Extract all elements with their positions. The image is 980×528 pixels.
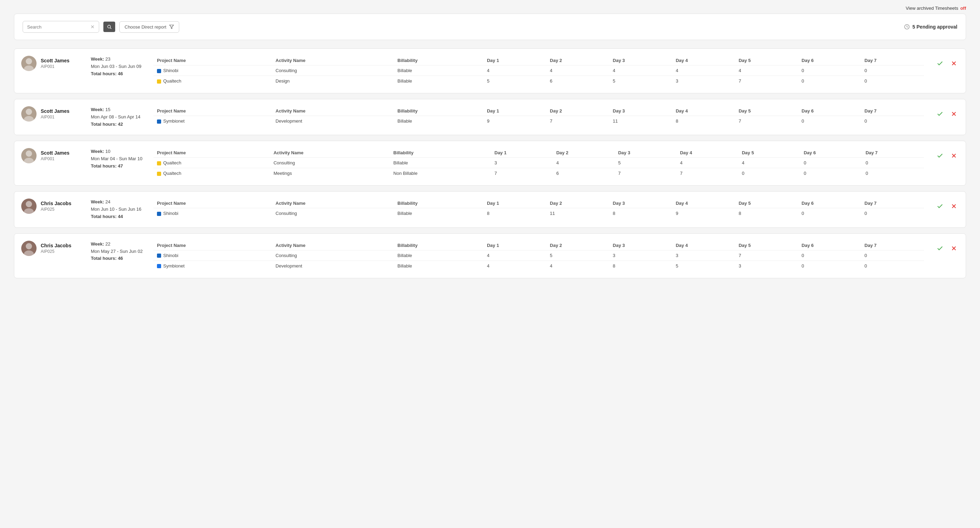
actions	[935, 148, 959, 162]
main-content: Scott JamesAIP001Week: 23 Mon Jun 03 - S…	[0, 48, 980, 278]
approve-button[interactable]	[935, 109, 945, 121]
svg-point-17	[24, 208, 34, 214]
table-row: SymbionetDevelopmentBillable4485300	[153, 260, 924, 271]
reject-button[interactable]	[949, 151, 959, 162]
week-info: Week: 10 Mon Mar 04 - Sun Mar 10 Total h…	[91, 148, 146, 170]
svg-point-12	[26, 150, 32, 157]
svg-point-9	[24, 116, 34, 121]
day-5-cell: 7	[735, 76, 798, 86]
day-3-cell: 4	[609, 65, 672, 76]
timesheet-card: Scott JamesAIP001Week: 10 Mon Mar 04 - S…	[14, 141, 966, 186]
day-5-cell: 3	[735, 260, 798, 271]
employee-info: Scott JamesAIP001	[21, 148, 84, 163]
timesheet-table: Project NameActivity NameBillabilityDay …	[153, 241, 924, 271]
table-header: Billability	[390, 148, 491, 158]
table-header: Day 5	[735, 56, 798, 65]
reject-button[interactable]	[949, 244, 959, 255]
date-range: Mon May 27 - Sun Jun 02	[91, 248, 146, 255]
total-hours: Total hours: 44	[91, 213, 146, 220]
employee-info: Chris JacobsAIP025	[21, 198, 84, 214]
svg-line-1	[110, 28, 111, 29]
project-color-dot	[157, 172, 161, 176]
table-row: ShinobiConsultingBillable4444400	[153, 65, 924, 76]
project-name-cell: Symbionet	[153, 116, 272, 126]
week-label: Week: 22	[91, 241, 146, 248]
table-header: Day 2	[553, 148, 614, 158]
table-header: Day 3	[609, 56, 672, 65]
table-header: Day 6	[798, 198, 861, 208]
table-header: Day 5	[735, 106, 798, 116]
timesheet-table-wrap: Project NameActivity NameBillabilityDay …	[153, 241, 924, 271]
pending-approval[interactable]: 5 Pending approval	[904, 24, 958, 30]
archived-toggle-container: View archived Timesheets off	[906, 6, 966, 11]
billability-cell: Billable	[390, 158, 491, 168]
day-7-cell: 0	[861, 116, 924, 126]
table-header: Activity Name	[272, 198, 394, 208]
day-6-cell: 0	[798, 208, 861, 219]
table-header: Day 2	[546, 241, 609, 250]
table-header: Day 7	[861, 106, 924, 116]
table-row: QualtechDesignBillable5653700	[153, 76, 924, 86]
table-row: ShinobiConsultingBillable4533700	[153, 250, 924, 260]
day-6-cell: 0	[800, 158, 862, 168]
table-header: Activity Name	[272, 56, 394, 65]
day-3-cell: 11	[609, 116, 672, 126]
timesheet-table: Project NameActivity NameBillabilityDay …	[153, 106, 924, 126]
day-1-cell: 5	[484, 76, 546, 86]
day-5-cell: 4	[738, 158, 800, 168]
day-2-cell: 7	[546, 116, 609, 126]
day-4-cell: 4	[672, 65, 735, 76]
activity-name-cell: Consulting	[272, 250, 394, 260]
day-3-cell: 7	[614, 168, 676, 179]
table-header: Project Name	[153, 106, 272, 116]
x-icon	[950, 60, 958, 67]
table-header: Day 2	[546, 198, 609, 208]
day-4-cell: 5	[672, 260, 735, 271]
table-header: Day 7	[861, 198, 924, 208]
search-box[interactable]: ✕	[22, 21, 99, 33]
day-3-cell: 8	[609, 260, 672, 271]
avatar	[21, 148, 37, 163]
table-header: Day 6	[798, 106, 861, 116]
search-button[interactable]	[103, 22, 115, 32]
day-6-cell: 0	[798, 260, 861, 271]
activity-name-cell: Meetings	[270, 168, 390, 179]
reject-button[interactable]	[949, 109, 959, 121]
table-header: Day 2	[546, 56, 609, 65]
approve-button[interactable]	[935, 201, 945, 213]
direct-report-button[interactable]: Choose Direct report	[119, 21, 179, 33]
project-color-dot	[157, 69, 161, 73]
employee-id: AIP001	[41, 64, 69, 69]
table-header: Day 3	[614, 148, 676, 158]
table-header: Day 7	[861, 56, 924, 65]
actions	[935, 198, 959, 213]
day-2-cell: 4	[553, 158, 614, 168]
approve-button[interactable]	[935, 244, 945, 255]
approve-button[interactable]	[935, 151, 945, 162]
table-row: SymbionetDevelopmentBillable97118700	[153, 116, 924, 126]
employee-details: Chris JacobsAIP025	[41, 243, 72, 254]
table-header: Day 6	[800, 148, 862, 158]
day-5-cell: 7	[735, 250, 798, 260]
table-row: ShinobiConsultingBillable81189800	[153, 208, 924, 219]
reject-button[interactable]	[949, 201, 959, 213]
table-header: Day 7	[861, 241, 924, 250]
pending-label: 5 Pending approval	[913, 24, 958, 30]
table-header: Day 4	[672, 106, 735, 116]
approve-button[interactable]	[935, 59, 945, 70]
day-2-cell: 5	[546, 250, 609, 260]
employee-details: Scott JamesAIP001	[41, 150, 69, 161]
total-hours: Total hours: 47	[91, 163, 146, 170]
day-5-cell: 4	[735, 65, 798, 76]
table-header: Activity Name	[270, 148, 390, 158]
billability-cell: Billable	[394, 208, 484, 219]
reject-button[interactable]	[949, 59, 959, 70]
employee-info: Chris JacobsAIP025	[21, 241, 84, 256]
day-2-cell: 11	[546, 208, 609, 219]
search-input[interactable]	[27, 24, 88, 30]
svg-point-21	[24, 250, 34, 256]
activity-name-cell: Consulting	[272, 65, 394, 76]
project-name-cell: Qualtech	[153, 168, 270, 179]
day-2-cell: 6	[546, 76, 609, 86]
toggle-state[interactable]: off	[960, 6, 966, 11]
